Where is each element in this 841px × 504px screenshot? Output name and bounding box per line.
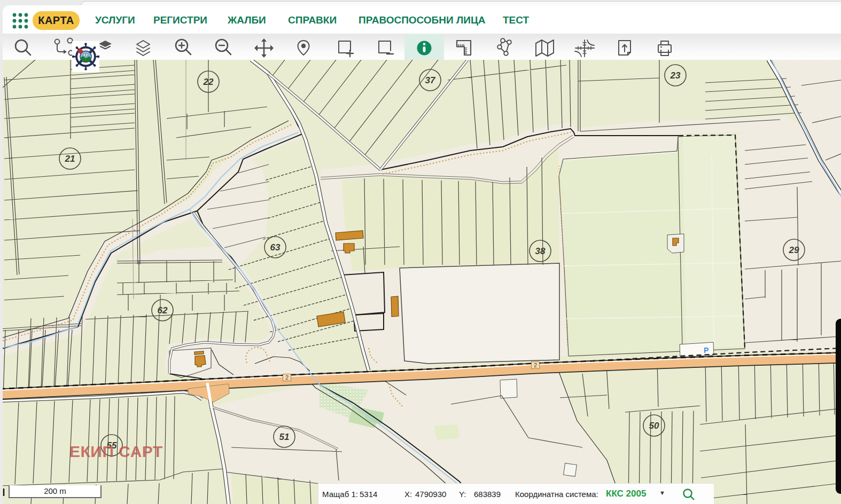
svg-text:51: 51 <box>279 432 290 442</box>
svg-text:23: 23 <box>670 70 681 81</box>
svg-text:62: 62 <box>158 305 168 316</box>
svg-text:29: 29 <box>789 245 799 255</box>
svg-text:50: 50 <box>649 421 659 431</box>
svg-text:38: 38 <box>535 246 546 256</box>
svg-text:2: 2 <box>534 362 537 368</box>
svg-text:37: 37 <box>425 75 436 85</box>
svg-text:63: 63 <box>270 242 281 253</box>
svg-text:2: 2 <box>285 374 289 381</box>
svg-text:ЕКИП САРТ: ЕКИП САРТ <box>69 443 163 460</box>
svg-text:22: 22 <box>203 77 214 87</box>
svg-text:P: P <box>704 346 708 355</box>
svg-text:21: 21 <box>65 154 75 164</box>
